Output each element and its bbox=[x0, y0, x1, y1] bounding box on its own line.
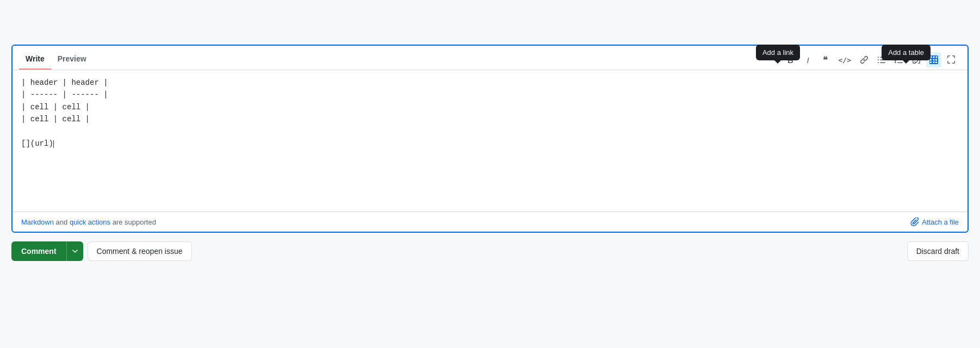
link-button[interactable] bbox=[857, 52, 872, 67]
comment-arrow-button[interactable] bbox=[66, 241, 83, 261]
markdown-link[interactable]: Markdown bbox=[21, 218, 54, 226]
footer-and-text: and bbox=[56, 218, 70, 226]
tabs-left: Write Preview bbox=[19, 51, 93, 69]
tabs-toolbar-row: Write Preview B I ❝ </> bbox=[13, 46, 967, 70]
italic-button[interactable]: I bbox=[801, 52, 816, 67]
editor-wrapper: Add a link Add a table Write Preview B I… bbox=[11, 45, 969, 261]
ordered-list-button[interactable] bbox=[891, 52, 907, 67]
unordered-list-button[interactable] bbox=[874, 52, 889, 67]
attach-file-label: Attach a file bbox=[922, 218, 959, 226]
table-button[interactable] bbox=[926, 52, 941, 67]
quick-actions-link[interactable]: quick actions bbox=[70, 218, 110, 226]
footer-supported-text: are supported bbox=[113, 218, 156, 226]
fullscreen-icon bbox=[947, 55, 956, 64]
discard-draft-button[interactable]: Discard draft bbox=[907, 241, 969, 261]
attach-file-link[interactable]: Attach a file bbox=[910, 217, 959, 226]
link-icon bbox=[860, 55, 869, 64]
quote-button[interactable]: ❝ bbox=[818, 52, 833, 67]
code-button[interactable]: </> bbox=[835, 52, 854, 67]
unordered-list-icon bbox=[877, 55, 886, 64]
table-icon bbox=[929, 55, 938, 64]
comment-reopen-button[interactable]: Comment & reopen issue bbox=[88, 241, 192, 261]
toolbar: B I ❝ </> bbox=[781, 50, 961, 70]
ordered-list-icon bbox=[895, 55, 903, 64]
comment-button[interactable]: Comment bbox=[11, 241, 66, 261]
text-cursor bbox=[53, 140, 54, 148]
attach-icon bbox=[910, 217, 919, 226]
text-editor-area[interactable]: | header | header | | ------ | ------ | … bbox=[13, 70, 967, 212]
dropdown-arrow-icon bbox=[72, 248, 78, 254]
buttons-row: Comment Comment & reopen issue Discard d… bbox=[11, 241, 969, 261]
buttons-left: Comment Comment & reopen issue bbox=[11, 241, 192, 261]
task-list-icon bbox=[912, 55, 921, 64]
fullscreen-button[interactable] bbox=[944, 52, 959, 67]
tab-write[interactable]: Write bbox=[19, 51, 51, 70]
bold-button[interactable]: B bbox=[783, 52, 798, 67]
editor-footer: Markdown and quick actions are supported… bbox=[13, 212, 967, 232]
tab-preview[interactable]: Preview bbox=[51, 51, 93, 70]
editor-content: | header | header | | ------ | ------ | … bbox=[21, 77, 959, 150]
task-list-button[interactable] bbox=[909, 52, 924, 67]
editor-box: Write Preview B I ❝ </> bbox=[11, 45, 969, 233]
footer-markdown-info: Markdown and quick actions are supported bbox=[21, 218, 156, 226]
